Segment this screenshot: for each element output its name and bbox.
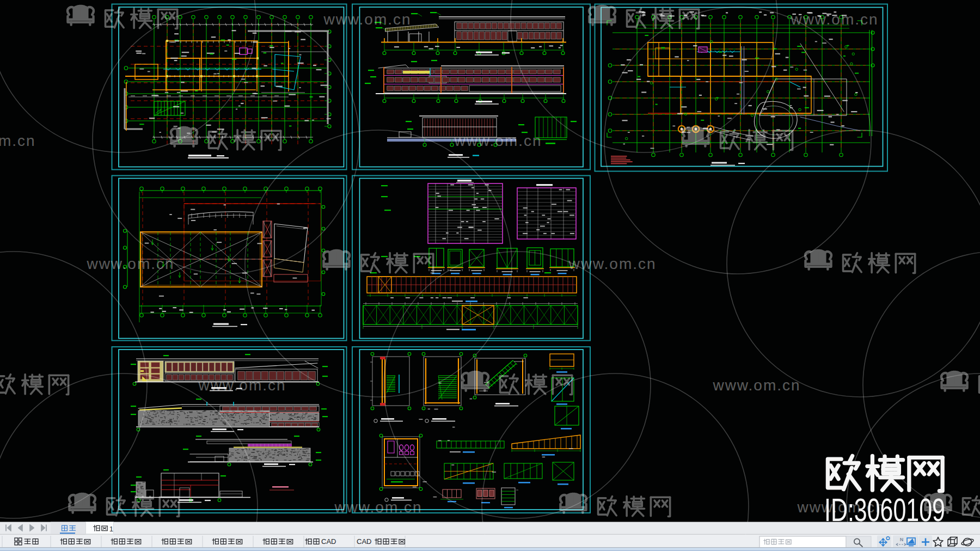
svg-text:www.om.cn: www.om.cn xyxy=(712,377,800,394)
svg-text:1: 1 xyxy=(109,525,113,533)
svg-text:www.om.cn: www.om.cn xyxy=(334,499,422,516)
svg-text:www.om.cn: www.om.cn xyxy=(86,255,174,272)
svg-text:www.om.cn: www.om.cn xyxy=(568,255,656,272)
svg-text:N: N xyxy=(900,537,904,542)
svg-text:www.om.cn: www.om.cn xyxy=(0,132,36,149)
svg-text:www.om.cn: www.om.cn xyxy=(323,11,411,28)
svg-text:www.om.cn: www.om.cn xyxy=(790,11,878,28)
svg-text:www.om.cn: www.om.cn xyxy=(454,132,542,149)
svg-text:CAD: CAD xyxy=(357,537,371,546)
svg-text:www.om.cn: www.om.cn xyxy=(198,377,286,394)
svg-text:CAD: CAD xyxy=(321,537,336,546)
